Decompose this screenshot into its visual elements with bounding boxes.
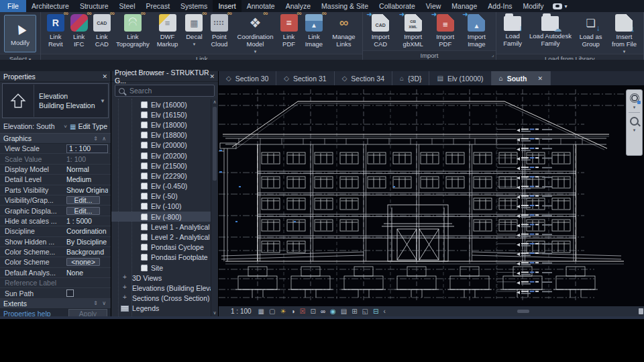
menu-tab[interactable]: Systems (175, 0, 213, 12)
chevron-down-icon[interactable]: ▾ (633, 105, 636, 109)
property-row[interactable]: Visibility/Grap... Edit... (0, 195, 111, 206)
ribbon-button[interactable]: Import PDF (431, 13, 460, 49)
view-tab[interactable]: Elv (10000) (429, 71, 491, 85)
property-row[interactable]: Scale Value 1: 100 (0, 154, 111, 164)
close-tab-icon[interactable]: ✕ (537, 75, 543, 82)
property-row[interactable]: Reference Label (0, 278, 111, 288)
view-tab[interactable]: Section 31 (276, 71, 334, 85)
edit-type-button[interactable]: ▦ Edit Type (70, 122, 107, 130)
extension-menu[interactable]: ▾ (553, 0, 567, 12)
ribbon-button[interactable]: Link CAD (91, 13, 113, 49)
ribbon-button[interactable]: Link Topography (114, 13, 152, 49)
browser-item[interactable]: Elv (16150) (111, 109, 218, 120)
section-scroll-icons[interactable]: ⇕ ∨ (93, 300, 107, 306)
browser-item[interactable]: Elv (20000) (111, 140, 218, 150)
view-tab[interactable]: Section 34 (335, 71, 392, 85)
detail-level-icon[interactable]: ▦ (258, 306, 264, 316)
property-row[interactable]: Graphic Displa... Edit... (0, 206, 111, 216)
import-panel-label[interactable]: Import ⌟ (363, 50, 495, 60)
browser-item[interactable]: Sections (Cross Section) (111, 293, 218, 304)
browser-item[interactable]: Elv (18800) (111, 130, 218, 140)
view-tab[interactable]: Section 30 (219, 71, 276, 85)
browser-item[interactable]: Level 2 - Analytical (111, 232, 218, 242)
browser-item[interactable]: Pondasi Footplate (111, 253, 218, 263)
property-row[interactable]: Sun Path (0, 288, 111, 298)
browser-item[interactable]: Elv (16000) (111, 99, 218, 109)
type-selector[interactable]: Elevation Building Elevation ▼ (2, 83, 109, 118)
search-box[interactable] (115, 85, 215, 97)
collapse-icon[interactable]: ‹ (383, 306, 385, 316)
ribbon-button[interactable]: Link PDF (278, 13, 301, 49)
view-properties-icon[interactable]: ▤ (341, 306, 347, 316)
ribbon-button[interactable]: Import Image (460, 13, 492, 49)
menu-tab[interactable]: Collaborate (374, 0, 421, 12)
menu-tab[interactable]: Add-Ins (482, 0, 517, 12)
browser-item[interactable]: Pondasi Cyclope (111, 242, 218, 253)
menu-tab[interactable]: Modify (518, 0, 549, 12)
browser-item[interactable]: Elv (20200) (111, 150, 218, 161)
ribbon-button[interactable]: Decal ▾ (183, 13, 205, 46)
scroll-up-icon[interactable]: ∧ (213, 99, 216, 105)
menu-tab[interactable]: Annotate (241, 0, 280, 12)
browser-item[interactable]: Elv (-50) (111, 191, 218, 201)
browser-item[interactable]: Elv (22290) (111, 171, 218, 181)
menu-tab[interactable]: Precast (141, 0, 176, 12)
view-tab[interactable]: {3D} (392, 71, 429, 85)
browser-item[interactable]: 3D Views (111, 273, 218, 283)
steering-wheel-icon[interactable] (630, 93, 639, 103)
browser-item[interactable]: Elevations (Building Elevati (111, 283, 218, 293)
chevron-down-icon[interactable]: ▼ (100, 98, 108, 104)
horizontal-scrollbar-thumb[interactable] (517, 310, 529, 313)
view-tab[interactable]: South ✕ (492, 71, 551, 85)
property-row[interactable]: Detail Level Medium (0, 175, 111, 185)
ribbon-button[interactable]: Coordination Model ▾ (233, 13, 276, 54)
zoom-icon[interactable] (630, 117, 639, 126)
chevron-down-icon[interactable]: ˅ (64, 124, 67, 130)
ribbon-button[interactable]: Import gbXML (396, 13, 430, 49)
browser-item[interactable]: Elv (-0.450) (111, 181, 218, 191)
constraints-icon[interactable]: ⊟ (373, 306, 378, 316)
property-row[interactable]: View Scale 1 : 100 (0, 144, 111, 154)
browser-item[interactable]: Elv (-100) (111, 201, 218, 212)
property-row[interactable]: Display Model Normal (0, 165, 111, 175)
browser-item[interactable]: Level 1 - Analytical (111, 222, 218, 232)
displacement-icon[interactable]: ◱ (362, 306, 368, 316)
property-row[interactable]: Discipline Coordination (0, 226, 111, 236)
browser-item[interactable]: Elv (21500) (111, 161, 218, 171)
ribbon-button[interactable]: Link IFC (68, 13, 90, 49)
scrollbar-thumb[interactable] (213, 107, 217, 181)
property-row[interactable]: Default Analys... None (0, 268, 111, 278)
drawing-canvas[interactable]: ▾ ▾ (219, 85, 644, 306)
ribbon-button[interactable]: Load Autodesk Family (527, 13, 574, 48)
browser-scrollbar[interactable]: ∧ ∨ (211, 99, 218, 316)
property-row[interactable]: Hide at scales ... 1 : 5000 (0, 216, 111, 226)
property-row[interactable]: Color Scheme <none> (0, 257, 111, 267)
ribbon-button[interactable]: DWF Markup (152, 13, 183, 49)
shadows-icon[interactable]: ◑ (290, 306, 294, 316)
browser-item[interactable]: Legends (111, 304, 218, 314)
close-icon[interactable]: ✕ (209, 73, 215, 80)
modify-button[interactable]: Modify (4, 15, 36, 52)
ribbon-button[interactable]: Import CAD (366, 13, 395, 49)
chevron-down-icon[interactable]: ▾ (633, 128, 636, 132)
reveal-hidden-icon[interactable]: ◉ (330, 306, 336, 316)
property-row[interactable]: Parts Visibility Show Original (0, 185, 111, 195)
extents-section-header[interactable]: Extents ⇕ ∨ (0, 299, 111, 309)
crop-region-icon[interactable]: ⊡ (310, 306, 315, 316)
crop-view-icon[interactable]: ☒ (300, 306, 306, 316)
ribbon-button[interactable]: Manage Links (327, 13, 360, 49)
property-row[interactable]: Show Hidden ... By Discipline (0, 237, 111, 247)
view-scale-control[interactable]: 1 : 100 (231, 308, 252, 315)
hide-isolate-icon[interactable]: ∞ (321, 306, 325, 316)
browser-item[interactable]: Elv (-800) (111, 212, 218, 222)
scroll-down-icon[interactable]: ∨ (213, 310, 216, 316)
graphics-section-header[interactable]: Graphics ⇕ ∧ (0, 134, 111, 144)
search-input[interactable] (128, 86, 211, 95)
menu-tab[interactable]: Steel (114, 0, 141, 12)
menu-tab[interactable]: File (0, 0, 26, 12)
close-icon[interactable]: ✕ (102, 73, 107, 80)
panel-expander-icon[interactable]: ⌟ (492, 50, 494, 59)
navigation-bar[interactable]: ▾ ▾ (626, 89, 643, 156)
sun-path-icon[interactable]: ☀ (280, 306, 286, 316)
property-row[interactable]: Color Scheme... Background (0, 247, 111, 257)
